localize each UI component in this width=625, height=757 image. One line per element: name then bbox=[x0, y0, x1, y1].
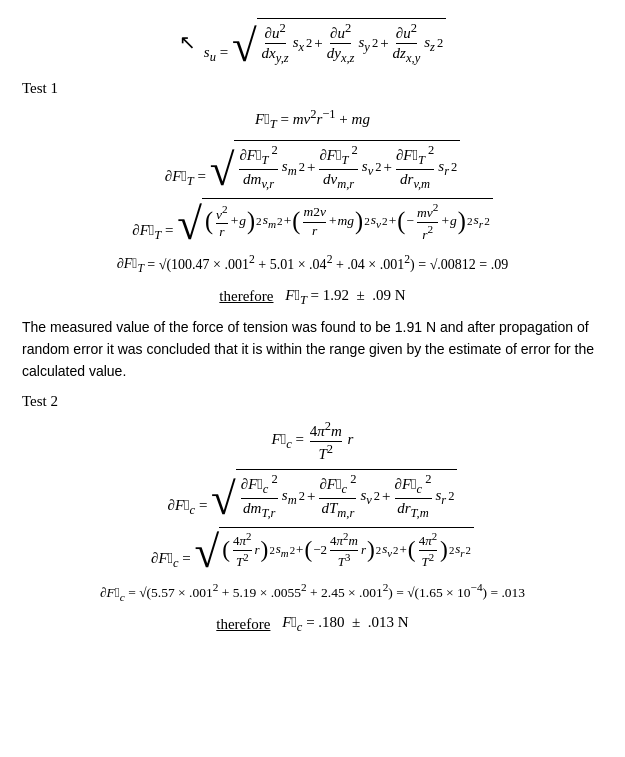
test1-eq4: ∂F⃗T = √(100.47 × .0012 + 5.01 × .042 + … bbox=[22, 251, 603, 278]
top-equation: su = √ ∂u2dxy,z sx2 + ∂u2dyx,z sy2 + ∂u2… bbox=[204, 18, 446, 67]
test1-label: Test 1 bbox=[22, 77, 603, 100]
test2-eq4: ∂F⃗c = √(5.57 × .0012 + 5.19 × .00552 + … bbox=[22, 579, 603, 605]
test1-eq2: ∂F⃗T = √ ∂F⃗T 2dmv,r sm2 + ∂F⃗T 2dvm,r s… bbox=[22, 140, 603, 192]
test2-eq3: ∂F⃗c = √ ( 4π2T2 r )2 sm2 + ( −24π2mT3 r… bbox=[22, 527, 603, 573]
test2-eq1: F⃗c = 4π2mT2 r bbox=[22, 419, 603, 463]
top-sqrt: √ ∂u2dxy,z sx2 + ∂u2dyx,z sy2 + ∂u2dzx,y… bbox=[232, 18, 446, 66]
test2-eq2: ∂F⃗c = √ ∂F⃗c 2dmT,r sm2 + ∂F⃗c 2dTm,r s… bbox=[22, 469, 603, 521]
test1-eq1: F⃗T = mv2r−1 + mg bbox=[22, 105, 603, 134]
test1-paragraph: The measured value of the force of tensi… bbox=[22, 317, 603, 382]
test1-eq3: ∂F⃗T = √ ( v2r + g )2 sm2 + ( m2vr + mg … bbox=[22, 198, 603, 245]
test2-therefore-text: therefore bbox=[216, 613, 270, 636]
test1-therefore-text: therefore bbox=[219, 285, 273, 308]
top-equation-block: ↖ su = √ ∂u2dxy,z sx2 + ∂u2dyx,z sy2 + ∂… bbox=[22, 18, 603, 67]
test1-therefore: therefore F⃗T = 1.92 ± .09 N bbox=[22, 284, 603, 310]
cursor-arrow-icon: ↖ bbox=[179, 27, 196, 57]
test2-label: Test 2 bbox=[22, 390, 603, 413]
test2-therefore: therefore F⃗c = .180 ± .013 N bbox=[22, 611, 603, 637]
